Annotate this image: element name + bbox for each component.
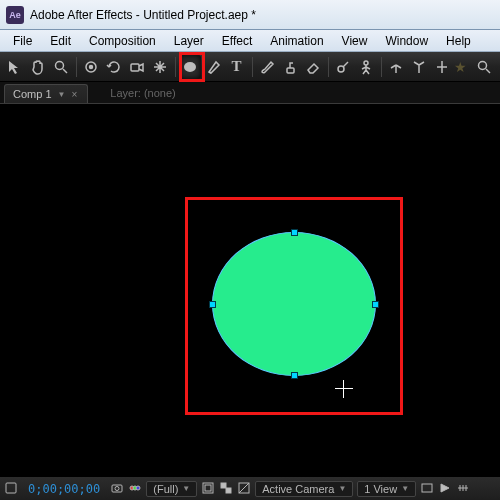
layer-breadcrumb-label: Layer: xyxy=(110,87,141,99)
menu-view[interactable]: View xyxy=(333,32,377,50)
transparency-grid-icon[interactable] xyxy=(219,481,233,497)
views-dropdown[interactable]: 1 View ▼ xyxy=(357,481,416,497)
svg-point-7 xyxy=(364,61,368,65)
toolbar-separator xyxy=(76,57,77,77)
puppet-tool[interactable] xyxy=(355,55,377,79)
window-title: Adobe After Effects - Untitled Project.a… xyxy=(30,8,256,22)
eraser-tool[interactable] xyxy=(302,55,324,79)
panel-tabs: Comp 1 ▼ × Layer: (none) xyxy=(0,82,500,104)
vertex-handle-bottom[interactable] xyxy=(291,372,298,379)
vertex-handle-top[interactable] xyxy=(291,229,298,236)
layer-breadcrumb: Layer: (none) xyxy=(110,87,175,103)
camera-dropdown[interactable]: Active Camera ▼ xyxy=(255,481,353,497)
timecode[interactable]: 0;00;00;00 xyxy=(28,482,100,496)
toolbar-separator xyxy=(328,57,329,77)
tab-close-icon[interactable]: × xyxy=(71,89,77,100)
svg-rect-18 xyxy=(226,488,231,493)
title-bar: Ae Adobe After Effects - Untitled Projec… xyxy=(0,0,500,30)
chevron-down-icon: ▼ xyxy=(182,484,190,493)
camera-value: Active Camera xyxy=(262,483,334,495)
menu-effect[interactable]: Effect xyxy=(213,32,261,50)
app-icon: Ae xyxy=(6,6,24,24)
menu-bar: File Edit Composition Layer Effect Anima… xyxy=(0,30,500,52)
clone-stamp-tool[interactable] xyxy=(279,55,301,79)
pen-tool[interactable] xyxy=(202,55,224,79)
toolbar-separator xyxy=(381,57,382,77)
pan-behind-tool[interactable] xyxy=(149,55,171,79)
chevron-down-icon: ▼ xyxy=(401,484,409,493)
menu-animation[interactable]: Animation xyxy=(261,32,332,50)
tab-comp[interactable]: Comp 1 ▼ × xyxy=(4,84,88,103)
favorite-star-icon[interactable]: ★ xyxy=(454,59,467,75)
timeline-icon[interactable] xyxy=(456,481,470,497)
tab-dropdown-icon[interactable]: ▼ xyxy=(58,90,66,99)
tab-label: Comp 1 xyxy=(13,88,52,100)
camera-tool[interactable] xyxy=(126,55,148,79)
menu-help[interactable]: Help xyxy=(437,32,480,50)
fast-previews-icon[interactable] xyxy=(438,481,452,497)
svg-rect-5 xyxy=(287,68,294,73)
composition-viewport[interactable] xyxy=(0,104,500,476)
menu-file[interactable]: File xyxy=(4,32,41,50)
crosshair-cursor-icon xyxy=(335,380,353,398)
hand-tool[interactable] xyxy=(27,55,49,79)
axis-world[interactable] xyxy=(408,55,430,79)
text-tool[interactable]: T xyxy=(226,55,248,79)
svg-point-2 xyxy=(90,65,93,68)
roi-icon[interactable] xyxy=(201,481,215,497)
toolbar: T ★ xyxy=(0,52,500,82)
resolution-dropdown[interactable]: (Full) ▼ xyxy=(146,481,197,497)
orbit-tool[interactable] xyxy=(80,55,102,79)
mask-icon[interactable] xyxy=(237,481,251,497)
roto-brush-tool[interactable] xyxy=(332,55,354,79)
toolbar-separator xyxy=(175,57,176,77)
viewer-footer: 0;00;00;00 (Full) ▼ Active Camera ▼ 1 Vi… xyxy=(0,476,500,500)
menu-composition[interactable]: Composition xyxy=(80,32,165,50)
svg-point-11 xyxy=(115,486,119,490)
shape-layer[interactable] xyxy=(192,204,396,408)
svg-rect-9 xyxy=(6,483,16,493)
svg-point-14 xyxy=(136,486,140,490)
search-icon[interactable] xyxy=(473,55,495,79)
snapshot-icon[interactable] xyxy=(110,481,124,497)
selection-tool[interactable] xyxy=(4,55,26,79)
layer-breadcrumb-value: (none) xyxy=(144,87,176,99)
axis-view[interactable] xyxy=(431,55,453,79)
svg-rect-3 xyxy=(131,64,139,71)
always-preview-icon[interactable] xyxy=(4,481,18,497)
svg-point-4 xyxy=(184,62,196,72)
zoom-tool[interactable] xyxy=(50,55,72,79)
svg-point-0 xyxy=(56,61,64,69)
brush-tool[interactable] xyxy=(256,55,278,79)
show-snapshot-icon[interactable] xyxy=(128,481,142,497)
svg-rect-20 xyxy=(422,484,432,492)
toolbar-separator xyxy=(252,57,253,77)
rotation-tool[interactable] xyxy=(103,55,125,79)
svg-point-8 xyxy=(479,61,487,69)
menu-window[interactable]: Window xyxy=(376,32,437,50)
views-value: 1 View xyxy=(364,483,397,495)
svg-rect-16 xyxy=(205,485,211,491)
svg-rect-17 xyxy=(221,483,226,488)
pixel-aspect-icon[interactable] xyxy=(420,481,434,497)
menu-edit[interactable]: Edit xyxy=(41,32,80,50)
vertex-handle-left[interactable] xyxy=(209,301,216,308)
ellipse-shape[interactable] xyxy=(212,232,376,376)
resolution-value: (Full) xyxy=(153,483,178,495)
vertex-handle-right[interactable] xyxy=(372,301,379,308)
shape-tool[interactable] xyxy=(179,55,201,79)
menu-layer[interactable]: Layer xyxy=(165,32,213,50)
axis-local[interactable] xyxy=(385,55,407,79)
chevron-down-icon: ▼ xyxy=(338,484,346,493)
